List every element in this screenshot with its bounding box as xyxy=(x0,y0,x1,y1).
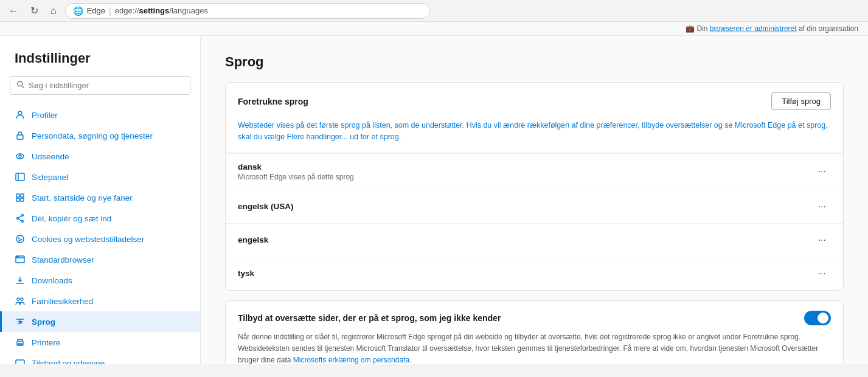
danish-more-button[interactable]: ··· xyxy=(813,164,831,179)
svg-line-1 xyxy=(22,86,24,88)
svg-point-14 xyxy=(22,221,24,223)
svg-rect-30 xyxy=(16,360,24,364)
url-bold: settings xyxy=(139,6,169,15)
svg-rect-8 xyxy=(16,194,19,197)
sidebar-item-printers[interactable]: Printere xyxy=(0,332,200,353)
more-actions-link[interactable]: Flere handlinger... xyxy=(287,133,348,141)
toggle-slider xyxy=(804,311,831,325)
url-protocol: edge:// xyxy=(115,6,139,15)
back-button[interactable]: ← xyxy=(5,3,22,19)
org-text-before: Din xyxy=(697,24,710,33)
home-button[interactable]: ⌂ xyxy=(47,3,60,19)
page-title: Sprog xyxy=(225,54,844,70)
svg-point-23 xyxy=(17,257,18,257)
briefcase-icon: 💼 xyxy=(686,24,695,33)
language-row-english-usa: engelsk (USA) ··· xyxy=(226,190,843,223)
sidebar-item-share-label: Del, kopiér og sæt ind xyxy=(32,214,111,223)
svg-point-4 xyxy=(16,154,24,159)
sidebar-item-sidepanel-label: Sidepanel xyxy=(32,173,68,182)
svg-point-2 xyxy=(18,111,22,115)
org-bar: 💼 Din browseren er administreret af din … xyxy=(0,22,868,36)
svg-rect-3 xyxy=(17,135,23,139)
performance-icon xyxy=(15,358,26,364)
svg-point-13 xyxy=(17,218,19,220)
sidebar-item-appearance[interactable]: Udseende xyxy=(0,146,200,167)
svg-rect-29 xyxy=(18,344,22,345)
printer-icon xyxy=(15,337,26,348)
svg-line-15 xyxy=(18,216,21,218)
svg-point-24 xyxy=(18,257,19,257)
sidebar-item-downloads-label: Downloads xyxy=(32,276,72,285)
danish-lang-name: dansk xyxy=(238,162,354,171)
svg-point-5 xyxy=(19,155,21,157)
translate-card: Tilbyd at oversætte sider, der er på et … xyxy=(225,300,844,365)
language-row-german: tysk ··· xyxy=(226,257,843,290)
danish-lang-info: dansk Microsoft Edge vises på dette spro… xyxy=(238,162,354,181)
language-row-english: engelsk ··· xyxy=(226,223,843,257)
add-language-button[interactable]: Tilføj sprog xyxy=(771,92,831,110)
svg-point-0 xyxy=(18,81,23,86)
sidebar-item-downloads[interactable]: Downloads xyxy=(0,270,200,291)
org-text-after: af din organisation xyxy=(797,24,858,33)
sidebar-item-default-browser-label: Standardbrowser xyxy=(32,255,94,265)
language-row-danish: dansk Microsoft Edge vises på dette spro… xyxy=(226,153,843,190)
address-url: edge://settings/languages xyxy=(115,6,208,15)
sidebar-item-language[interactable]: Sprog xyxy=(0,311,200,332)
svg-point-27 xyxy=(21,298,23,300)
english-lang-name: engelsk xyxy=(238,235,268,244)
eye-icon xyxy=(15,151,26,162)
svg-point-18 xyxy=(18,238,19,239)
org-link[interactable]: browseren er administreret xyxy=(710,24,797,33)
sidebar-item-default-browser[interactable]: Standardbrowser xyxy=(0,249,200,270)
svg-point-26 xyxy=(17,298,19,300)
search-input[interactable] xyxy=(29,81,184,90)
preferred-header: Foretrukne sprog Tilføj sprog xyxy=(226,83,843,120)
danish-lang-sub: Microsoft Edge vises på dette sprog xyxy=(238,173,354,181)
person-icon xyxy=(15,109,26,120)
english-lang-info: engelsk xyxy=(238,235,268,244)
sidebar-item-performance[interactable]: Tilstand og ydeevne xyxy=(0,353,200,364)
sidebar-item-privacy-label: Persondata, søgning og tjenester xyxy=(32,131,153,140)
translate-description: Når denne indstilling er slået til, regi… xyxy=(238,331,831,365)
sidebar-item-family[interactable]: Familiesikkerhed xyxy=(0,291,200,311)
refresh-button[interactable]: ↻ xyxy=(27,2,42,19)
translate-toggle[interactable] xyxy=(804,311,831,325)
address-divider: | xyxy=(109,6,111,16)
translate-header: Tilbyd at oversætte sider, der er på et … xyxy=(238,311,831,325)
english-usa-more-button[interactable]: ··· xyxy=(813,199,831,215)
svg-line-16 xyxy=(18,219,21,221)
sidebar-item-profiles-label: Profiler xyxy=(32,111,58,120)
address-bar[interactable]: 🌐 Edge | edge://settings/languages xyxy=(65,3,430,19)
privacy-policy-link[interactable]: Microsofts erklæring om persondata xyxy=(293,356,409,364)
preferred-title: Foretrukne sprog xyxy=(238,97,308,106)
search-box[interactable] xyxy=(10,76,190,95)
svg-point-17 xyxy=(16,235,24,243)
english-usa-lang-info: engelsk (USA) xyxy=(238,202,294,211)
svg-point-12 xyxy=(22,215,24,216)
sidebar-item-sidepanel[interactable]: Sidepanel xyxy=(0,167,200,187)
svg-rect-9 xyxy=(21,194,24,197)
app-layout: Indstillinger Profiler Persondata, søgni… xyxy=(0,36,868,364)
german-more-button[interactable]: ··· xyxy=(813,266,831,282)
search-icon xyxy=(16,80,25,91)
svg-rect-6 xyxy=(16,173,24,181)
download-icon xyxy=(15,275,26,286)
main-content: Sprog Foretrukne sprog Tilføj sprog Webs… xyxy=(201,36,868,364)
sidebar-item-cookies[interactable]: Cookies og webstedstilladelser xyxy=(0,229,200,249)
browser-chrome: ← ↻ ⌂ 🌐 Edge | edge://settings/languages xyxy=(0,0,868,22)
sidebar-item-start-label: Start, startside og nye faner xyxy=(32,193,133,202)
sidebar-item-privacy[interactable]: Persondata, søgning og tjenester xyxy=(0,125,200,146)
english-more-button[interactable]: ··· xyxy=(813,232,831,248)
sidebar-item-appearance-label: Udseende xyxy=(32,152,69,161)
sidebar-item-profiles[interactable]: Profiler xyxy=(0,105,200,125)
sidebar-item-cookies-label: Cookies og webstedstilladelser xyxy=(32,235,144,244)
svg-rect-11 xyxy=(21,198,24,201)
sidebar-item-performance-label: Tilstand og ydeevne xyxy=(32,359,105,365)
svg-rect-10 xyxy=(16,198,19,201)
sidebar-item-share[interactable]: Del, kopiér og sæt ind xyxy=(0,208,200,229)
translate-title: Tilbyd at oversætte sider, der er på et … xyxy=(238,313,501,323)
family-icon xyxy=(15,296,26,306)
browser-icon xyxy=(15,254,26,265)
sidebar-item-start[interactable]: Start, startside og nye faner xyxy=(0,187,200,208)
share-icon xyxy=(15,213,26,224)
